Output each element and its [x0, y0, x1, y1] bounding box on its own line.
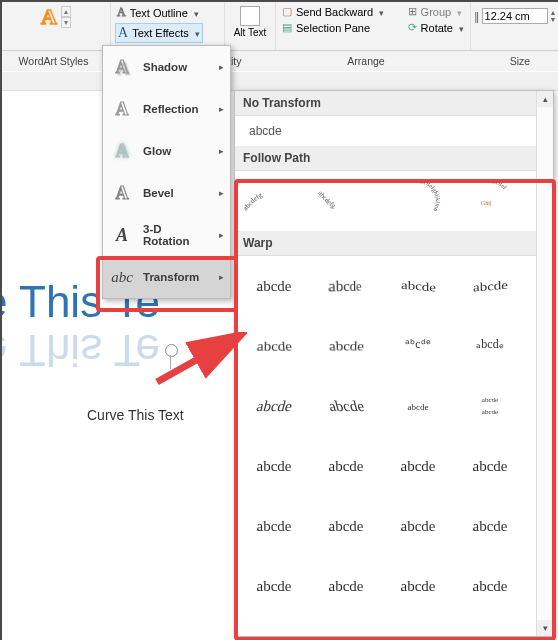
- height-icon: ‖: [474, 10, 480, 23]
- menu-shadow[interactable]: A Shadow ▸: [103, 46, 230, 88]
- gallery-item-warp[interactable]: abcde: [385, 500, 451, 552]
- menu-reflection[interactable]: A Reflection ▸: [103, 88, 230, 130]
- gallery-item-no-transform[interactable]: abcde: [235, 116, 553, 146]
- svg-text:abcde: abcde: [482, 408, 498, 416]
- gallery-scrollbar[interactable]: ▴ ▾: [536, 91, 553, 636]
- transform-gallery: No Transform abcde Follow Path abcdefg a…: [234, 90, 554, 637]
- ribbon-group-labels: WordArt Styles bility Arrange Size: [2, 51, 558, 71]
- wordart-reflection: urve This Te: [0, 325, 160, 375]
- gallery-item-warp[interactable]: ₐbcdₑ: [457, 320, 523, 372]
- svg-text:abcde: abcde: [408, 402, 429, 412]
- gallery-item-warp[interactable]: abcdeabcde: [457, 380, 523, 432]
- gallery-item-warp[interactable]: abcde: [457, 260, 523, 312]
- rotate-icon: ⟳: [408, 21, 417, 34]
- reflection-icon: A: [116, 99, 129, 119]
- text-effects-menu: A Shadow ▸ A Reflection ▸ A Glow ▸ A Bev…: [102, 45, 231, 299]
- gallery-item-warp[interactable]: abcde: [241, 560, 307, 612]
- menu-bevel[interactable]: A Bevel ▸: [103, 172, 230, 214]
- selection-pane-icon: ▤: [282, 21, 292, 34]
- gallery-item-warp[interactable]: ᵃᵇcᵈᵉ: [385, 320, 451, 372]
- menu-label: Glow: [143, 145, 211, 157]
- rotate-button[interactable]: ⟳ Rotate: [406, 20, 466, 35]
- gallery-item-follow-path[interactable]: abcdefGhij: [457, 175, 523, 227]
- spinner-down-icon[interactable]: ▼: [550, 16, 557, 23]
- gallery-item-warp[interactable]: abcde: [313, 500, 379, 552]
- text-effects-label: Text Effects: [132, 27, 189, 39]
- gallery-header-warp: Warp: [235, 231, 553, 256]
- scroll-down-icon[interactable]: ▾: [537, 620, 553, 636]
- chevron-down-icon: [377, 6, 384, 18]
- rotate-label: Rotate: [421, 22, 453, 34]
- svg-text:abcdefghijklmn: abcdefghijklmn: [418, 178, 441, 213]
- chevron-down-icon[interactable]: ▾: [61, 17, 71, 28]
- menu-label: 3-D Rotation: [143, 223, 211, 247]
- gallery-item-warp[interactable]: abcde: [241, 440, 307, 492]
- alt-text-label: Alt Text: [234, 27, 267, 38]
- menu-label: Shadow: [143, 61, 211, 73]
- group-label: Group: [421, 6, 452, 18]
- gallery-item-warp[interactable]: abcde: [457, 560, 523, 612]
- rotation-3d-icon: A: [116, 225, 128, 245]
- height-input[interactable]: [482, 8, 548, 24]
- text-outline-icon: A: [117, 5, 126, 20]
- gallery-item-warp[interactable]: abcde: [241, 260, 307, 312]
- body-text[interactable]: Curve This Text: [87, 407, 184, 423]
- gallery-item-follow-path[interactable]: abcdefg: [241, 175, 307, 227]
- send-backward-label: Send Backward: [296, 6, 373, 18]
- menu-label: Transform: [143, 271, 211, 283]
- submenu-arrow-icon: ▸: [219, 230, 224, 240]
- ruler-horizontal: [2, 72, 558, 91]
- svg-text:Ghij: Ghij: [481, 200, 492, 206]
- group-icon: ⊞: [408, 5, 417, 18]
- gallery-item-warp[interactable]: abcde: [385, 260, 451, 312]
- gallery-item-warp[interactable]: abcde: [313, 560, 379, 612]
- scroll-track[interactable]: [537, 107, 553, 620]
- svg-text:ᵃᵇcᵈᵉ: ᵃᵇcᵈᵉ: [405, 337, 430, 351]
- svg-text:abcde: abcde: [482, 396, 498, 404]
- gallery-item-warp[interactable]: abcde: [241, 320, 307, 372]
- gallery-item-warp[interactable]: abcde: [313, 260, 379, 312]
- arrange-label: Arrange: [252, 55, 480, 67]
- submenu-arrow-icon: ▸: [219, 188, 224, 198]
- group-button[interactable]: ⊞ Group: [406, 4, 466, 19]
- scroll-up-icon[interactable]: ▴: [537, 91, 553, 107]
- menu-transform[interactable]: abc Transform ▸: [103, 256, 230, 298]
- gallery-item-warp[interactable]: abcde: [457, 440, 523, 492]
- gallery-item-warp[interactable]: abcde: [385, 380, 451, 432]
- gallery-item-warp[interactable]: abcde: [385, 440, 451, 492]
- text-outline-button[interactable]: A Text Outline: [115, 4, 201, 21]
- size-label: Size: [480, 55, 558, 67]
- ribbon: A ▴ ▾ A Text Outline A Text Effects Alt …: [2, 2, 558, 51]
- gallery-item-warp[interactable]: abcde: [313, 320, 379, 372]
- text-effects-button[interactable]: A Text Effects: [115, 23, 203, 43]
- submenu-arrow-icon: ▸: [219, 62, 224, 72]
- annotation-arrow: [147, 332, 247, 392]
- text-effects-icon: A: [118, 25, 128, 41]
- gallery-header-follow-path: Follow Path: [235, 146, 553, 171]
- gallery-item-warp[interactable]: abcde: [241, 380, 307, 432]
- gallery-item-warp[interactable]: abcde: [241, 500, 307, 552]
- menu-glow[interactable]: A Glow ▸: [103, 130, 230, 172]
- alt-text-icon[interactable]: [240, 6, 260, 26]
- chevron-up-icon[interactable]: ▴: [61, 6, 71, 17]
- svg-text:abcdefg: abcdefg: [244, 191, 264, 212]
- gallery-item-warp[interactable]: abcde: [385, 560, 451, 612]
- submenu-arrow-icon: ▸: [219, 272, 224, 282]
- wordart-preview-a[interactable]: A: [41, 4, 57, 30]
- transform-icon: abc: [111, 269, 133, 285]
- submenu-arrow-icon: ▸: [219, 146, 224, 156]
- send-backward-button[interactable]: ▢ Send Backward: [280, 4, 406, 19]
- gallery-item-warp[interactable]: abcde: [313, 440, 379, 492]
- gallery-item-warp[interactable]: abcde: [313, 380, 379, 432]
- menu-label: Reflection: [143, 103, 211, 115]
- gallery-item-follow-path[interactable]: abcdefghijklmn: [385, 175, 451, 227]
- gallery-header-no-transform: No Transform: [235, 91, 553, 116]
- gallery-item-follow-path[interactable]: abcdefg: [313, 175, 379, 227]
- shadow-icon: A: [116, 57, 129, 77]
- selection-pane-button[interactable]: ▤ Selection Pane: [280, 20, 406, 35]
- chevron-down-icon: [455, 6, 462, 18]
- spinner-up-icon[interactable]: ▲: [550, 9, 557, 16]
- gallery-item-warp[interactable]: abcde: [457, 500, 523, 552]
- menu-3d-rotation[interactable]: A 3-D Rotation ▸: [103, 214, 230, 256]
- menu-label: Bevel: [143, 187, 211, 199]
